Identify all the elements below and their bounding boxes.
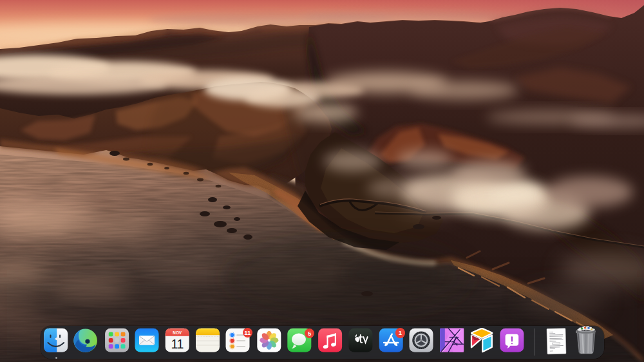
svg-text:11: 11 [171, 337, 184, 351]
svg-text:NOV: NOV [173, 330, 182, 335]
